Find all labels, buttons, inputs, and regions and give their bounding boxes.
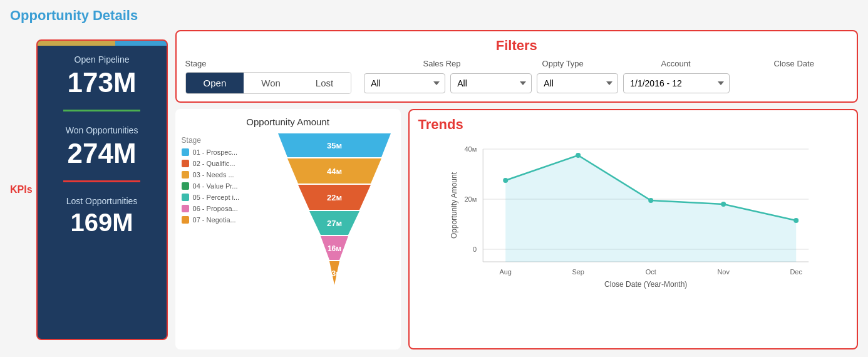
kpi-won-label: Won Opportunities bbox=[66, 125, 138, 135]
opptytype-label: Oppty Type bbox=[542, 59, 661, 68]
stage-btn-open[interactable]: Open bbox=[186, 73, 244, 93]
svg-text:Oct: Oct bbox=[645, 268, 656, 276]
svg-point-28 bbox=[503, 178, 508, 183]
kpi-lost-value: 169M bbox=[71, 209, 133, 237]
svg-text:Close Date (Year-Month): Close Date (Year-Month) bbox=[604, 280, 687, 289]
legend-dot-4 bbox=[182, 194, 189, 201]
kpi-won-value: 274M bbox=[68, 138, 137, 169]
legend-item-6: 07 - Negotia... bbox=[182, 216, 269, 224]
kpi-won: Won Opportunities 274M bbox=[38, 116, 167, 175]
legend-text-1: 02 - Qualific... bbox=[193, 160, 235, 167]
svg-point-29 bbox=[576, 153, 581, 158]
legend-text-6: 07 - Negotia... bbox=[193, 216, 236, 224]
stage-label: Stage bbox=[185, 59, 423, 68]
svg-marker-27 bbox=[505, 155, 796, 262]
legend-dot-6 bbox=[182, 216, 189, 224]
kpi-lost-label: Lost Opportunities bbox=[66, 196, 138, 206]
svg-text:Dec: Dec bbox=[790, 268, 802, 276]
kpi-top-bar bbox=[38, 41, 167, 46]
kpi-open-pipeline: Open Pipeline 173M bbox=[38, 46, 167, 105]
account-select[interactable]: All bbox=[537, 73, 618, 93]
svg-text:Opportunity Amount: Opportunity Amount bbox=[450, 172, 458, 239]
legend-item-2: 03 - Needs ... bbox=[182, 171, 269, 178]
svg-point-31 bbox=[721, 202, 726, 207]
stage-legend-label: Stage bbox=[182, 136, 269, 145]
svg-text:22м: 22м bbox=[327, 193, 342, 202]
funnel-title: Opportunity Amount bbox=[182, 116, 395, 127]
page-title: Opportunity Details bbox=[10, 8, 858, 24]
legend-text-0: 01 - Prospec... bbox=[193, 148, 238, 156]
legend-item-4: 05 - Percept i... bbox=[182, 194, 269, 201]
stage-btn-lost[interactable]: Lost bbox=[298, 73, 351, 93]
svg-text:35м: 35м bbox=[327, 141, 342, 150]
filters-section: Filters Stage Sales Rep Oppty Type Accou… bbox=[175, 30, 858, 103]
legend-item-5: 06 - Proposa... bbox=[182, 205, 269, 212]
funnel-legend: Stage 01 - Prospec... 02 - Qualific... 0… bbox=[182, 133, 269, 224]
stage-btn-won[interactable]: Won bbox=[244, 73, 298, 93]
salesrep-label: Sales Rep bbox=[423, 59, 542, 68]
legend-dot-2 bbox=[182, 171, 189, 178]
svg-text:40м: 40м bbox=[464, 145, 477, 153]
trends-section: Trends 40м 20м 0 bbox=[408, 109, 858, 349]
kpi-open-pipeline-label: Open Pipeline bbox=[75, 54, 130, 65]
legend-dot-0 bbox=[182, 148, 189, 156]
legend-text-4: 05 - Percept i... bbox=[193, 194, 240, 201]
legend-item-0: 01 - Prospec... bbox=[182, 148, 269, 156]
svg-point-30 bbox=[648, 198, 653, 203]
legend-text-2: 03 - Needs ... bbox=[193, 171, 234, 178]
chart-wrap: 40м 20м 0 Aug Sep Oct Nov Dec Close Date… bbox=[418, 137, 848, 342]
funnel-chart: 35м 44м 22м 27м 16м bbox=[274, 133, 395, 303]
stage-toggle: Open Won Lost bbox=[185, 72, 352, 94]
kpi-lost: Lost Opportunities 169M bbox=[38, 187, 167, 243]
legend-item-1: 02 - Qualific... bbox=[182, 160, 269, 167]
legend-dot-5 bbox=[182, 205, 189, 212]
salesrep-select[interactable]: All bbox=[364, 73, 445, 93]
closedate-select[interactable]: 1/1/2016 - 12 bbox=[623, 73, 730, 93]
svg-text:13м: 13м bbox=[327, 269, 341, 278]
svg-text:0: 0 bbox=[473, 246, 477, 253]
kpi-panel: Open Pipeline 173M Won Opportunities 274… bbox=[36, 39, 168, 340]
svg-text:27м: 27м bbox=[327, 219, 342, 228]
svg-text:Sep: Sep bbox=[572, 268, 584, 276]
filters-title: Filters bbox=[185, 38, 848, 54]
trends-title: Trends bbox=[418, 116, 848, 133]
svg-text:20м: 20м bbox=[464, 195, 477, 203]
account-label: Account bbox=[661, 59, 774, 68]
opptytype-select[interactable]: All bbox=[450, 73, 532, 93]
kpis-label: KPIs bbox=[10, 184, 33, 195]
closedate-label: Close Date bbox=[774, 59, 848, 68]
kpi-divider-1 bbox=[63, 110, 141, 111]
legend-text-5: 06 - Proposa... bbox=[193, 205, 238, 212]
trends-chart: 40м 20м 0 Aug Sep Oct Nov Dec Close Date… bbox=[418, 137, 848, 299]
svg-text:16м: 16м bbox=[327, 244, 341, 253]
legend-dot-3 bbox=[182, 182, 189, 190]
funnel-area: Opportunity Amount Stage 01 - Prospec...… bbox=[175, 109, 401, 349]
legend-text-3: 04 - Value Pr... bbox=[193, 182, 238, 190]
svg-point-32 bbox=[793, 218, 798, 223]
svg-text:Aug: Aug bbox=[499, 268, 512, 276]
svg-text:44м: 44м bbox=[327, 167, 342, 176]
legend-item-3: 04 - Value Pr... bbox=[182, 182, 269, 190]
legend-dot-1 bbox=[182, 160, 189, 167]
kpi-divider-2 bbox=[63, 180, 141, 182]
kpi-open-pipeline-value: 173M bbox=[68, 67, 137, 98]
svg-text:Nov: Nov bbox=[717, 268, 730, 276]
